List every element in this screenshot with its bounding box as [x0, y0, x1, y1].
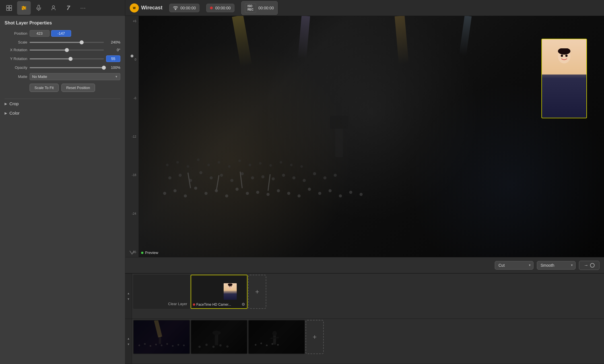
y-rotation-label: Y Rotation: [5, 57, 27, 61]
svg-point-18: [194, 187, 197, 190]
svg-point-34: [360, 193, 363, 196]
tab-social[interactable]: [47, 1, 60, 15]
preview-dot: [141, 252, 143, 254]
tab-more[interactable]: ···: [76, 1, 90, 15]
svg-point-101: [255, 344, 257, 346]
svg-point-41: [230, 179, 234, 182]
shot-concert-2[interactable]: [191, 320, 248, 354]
iso-label: ISOREC: [245, 3, 256, 13]
tab-titles[interactable]: 7: [61, 1, 75, 15]
concert2-svg: [191, 320, 247, 353]
crop-section[interactable]: ▶ Crop: [5, 101, 120, 106]
layer-1-up-arrow[interactable]: ▲: [126, 291, 131, 295]
record-timer-value: 00:00:00: [215, 6, 231, 10]
left-panel: Shot Layer Properties Position Scale 240…: [0, 16, 125, 364]
cut-select[interactable]: Cut Smooth Cross Dissolve: [495, 261, 533, 270]
y-rotation-value-input[interactable]: [106, 55, 120, 62]
scale-slider[interactable]: [30, 42, 104, 43]
svg-point-83: [150, 345, 151, 347]
tab-properties[interactable]: [17, 1, 31, 15]
facetime-mini-preview: [224, 283, 237, 300]
svg-point-15: [163, 192, 166, 195]
iso-timer-btn[interactable]: ISOREC 00:00:00: [241, 1, 278, 15]
svg-point-40: [220, 174, 223, 177]
svg-line-71: [268, 174, 270, 191]
svg-point-94: [205, 344, 208, 346]
tab-layers[interactable]: [2, 1, 16, 15]
matte-value: No Matte: [32, 75, 47, 79]
facetime-label-text: FaceTime HD Camer...: [196, 303, 231, 307]
shot-clear-layer[interactable]: Clear Layer: [133, 275, 190, 309]
position-y-input[interactable]: [51, 30, 71, 37]
stream-timer-btn[interactable]: 00:00:00: [169, 4, 200, 12]
shot-facetime[interactable]: FaceTime HD Camer... ⚙: [191, 275, 248, 309]
dip-indicator: [125, 250, 139, 255]
concert1-svg: [134, 320, 189, 353]
svg-point-26: [277, 189, 280, 192]
facetime-label: FaceTime HD Camer...: [193, 303, 231, 307]
level-label-0: 0: [135, 58, 136, 61]
svg-point-60: [249, 164, 251, 166]
svg-point-103: [266, 344, 268, 346]
wirecast-logo: W Wirecast: [130, 3, 162, 13]
add-shot-button-layer2[interactable]: +: [306, 320, 324, 354]
color-arrow-icon: ▶: [5, 111, 7, 115]
svg-point-86: [166, 343, 168, 345]
x-rotation-row: X Rotation 0°: [5, 48, 120, 52]
svg-point-104: [271, 343, 273, 345]
facetime-gear-icon[interactable]: ⚙: [242, 302, 245, 307]
svg-point-99: [212, 330, 220, 335]
y-rotation-slider[interactable]: [30, 58, 104, 59]
preview-label: Preview: [141, 251, 158, 255]
clear-layer-label: Clear Layer: [168, 302, 187, 306]
svg-point-52: [166, 164, 168, 166]
svg-point-46: [282, 174, 285, 177]
preview-canvas: Preview: [139, 16, 604, 257]
shot-concert-1[interactable]: [133, 320, 190, 354]
svg-point-63: [280, 161, 282, 164]
scale-to-fit-button[interactable]: Scale To Fit: [30, 84, 59, 92]
svg-point-93: [198, 346, 201, 348]
opacity-slider[interactable]: [30, 67, 104, 68]
reset-position-button[interactable]: Reset Position: [61, 84, 95, 92]
svg-point-25: [267, 193, 270, 196]
svg-point-35: [168, 176, 172, 179]
position-x-input[interactable]: [30, 30, 50, 37]
scale-label: Scale: [5, 40, 27, 44]
shot-concert-3[interactable]: [248, 320, 305, 354]
matte-select[interactable]: No Matte ▼: [30, 73, 120, 80]
svg-point-33: [349, 191, 352, 194]
mini-face: [224, 283, 237, 291]
layer-2-up-arrow[interactable]: ▲: [126, 336, 131, 341]
crop-arrow-icon: ▶: [5, 102, 7, 106]
layer-1-down-arrow[interactable]: ▼: [126, 297, 131, 301]
tab-audio[interactable]: [32, 1, 46, 15]
svg-point-95: [212, 346, 215, 348]
add-shot-button-layer1[interactable]: +: [248, 275, 266, 309]
go-button[interactable]: →: [579, 261, 599, 270]
svg-point-31: [329, 189, 332, 192]
color-section[interactable]: ▶ Color: [5, 111, 120, 115]
layer-1-content: Clear Layer: [132, 274, 604, 318]
preview-text: Preview: [145, 251, 158, 255]
svg-point-47: [292, 176, 296, 179]
wirecast-logo-icon: W: [130, 3, 139, 13]
svg-point-81: [139, 344, 140, 346]
record-timer-btn[interactable]: 00:00:00: [206, 4, 234, 12]
svg-point-78: [229, 286, 230, 287]
panel-tabs: 7 ···: [0, 0, 125, 16]
separator-1: [5, 99, 120, 99]
svg-point-28: [298, 194, 301, 197]
person-face: [542, 39, 586, 75]
svg-point-61: [259, 162, 261, 165]
x-rotation-slider[interactable]: [30, 49, 104, 51]
svg-rect-1: [9, 5, 12, 8]
preview-area: +6 0 -6 -12 -18 -24 -36: [125, 16, 604, 257]
smooth-dropdown-wrapper: Smooth Cut Cross Dissolve ▼: [537, 261, 576, 270]
smooth-select[interactable]: Smooth Cut Cross Dissolve: [537, 261, 576, 270]
layer-2-down-arrow[interactable]: ▼: [126, 342, 131, 346]
facetime-rec-dot: [193, 303, 195, 306]
svg-point-55: [197, 158, 199, 161]
svg-point-43: [251, 176, 254, 179]
level-label-minus12: -12: [132, 135, 136, 138]
